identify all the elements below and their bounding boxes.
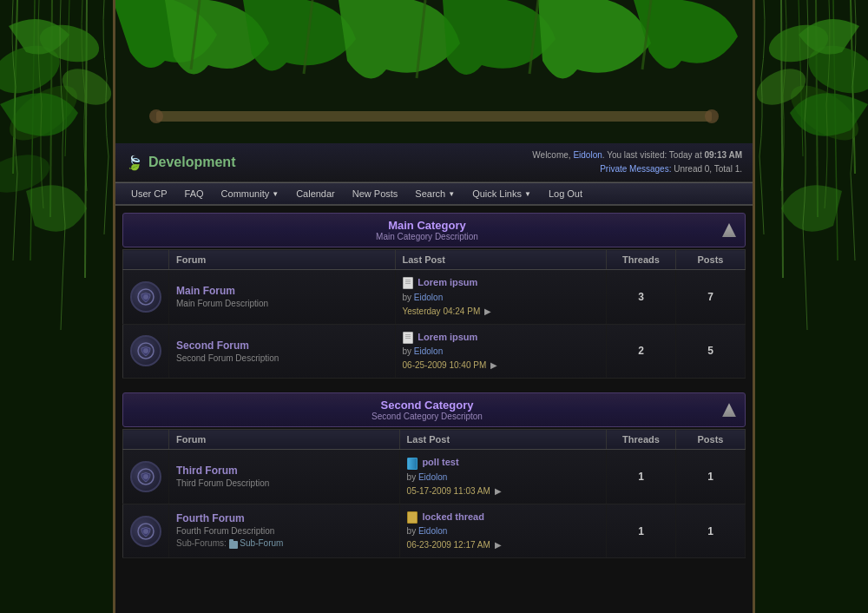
last-post-arrow-third[interactable]: ▶ <box>495 486 502 496</box>
col-forum-2: Forum <box>169 430 400 450</box>
nav-new-posts[interactable]: New Posts <box>344 183 407 204</box>
category-header-main: Main Category Main Category Description <box>122 213 746 247</box>
forum-link-second[interactable]: Second Forum <box>176 339 279 352</box>
table-row: Second Forum Second Forum Description Lo… <box>123 324 746 379</box>
last-post-title-second[interactable]: Lorem ipsum <box>418 332 477 342</box>
last-post-arrow-second[interactable]: ▶ <box>490 360 497 370</box>
post-count-main: 7 <box>676 270 746 325</box>
svg-line-16 <box>781 0 783 278</box>
last-post-arrow-main[interactable]: ▶ <box>484 306 491 316</box>
last-post-author-third[interactable]: Eidolon <box>418 472 447 482</box>
svg-point-28 <box>149 109 163 123</box>
forum-icon-third <box>130 461 161 492</box>
post-count-fourth: 1 <box>676 504 746 558</box>
post-count-third: 1 <box>676 450 746 504</box>
svg-rect-0 <box>0 0 122 613</box>
last-post-main: Lorem ipsum by Eidolon Yesterday 04:2 <box>403 275 599 319</box>
svg-point-7 <box>36 19 103 69</box>
forum-desc-main: Main Forum Description <box>176 299 268 308</box>
svg-point-9 <box>56 62 117 112</box>
category-scroll-top-1[interactable] <box>722 223 736 237</box>
forum-desc-fourth: Fourth Forum Description <box>176 526 283 536</box>
last-post-title-main[interactable]: Lorem ipsum <box>418 277 477 287</box>
subforum-line: Sub-Forums: Sub-Forum <box>176 538 283 549</box>
svg-point-37 <box>143 529 148 534</box>
svg-line-1 <box>13 0 17 174</box>
nav-search[interactable]: Search ▼ <box>406 183 464 204</box>
col-last-post-1: Last Post <box>395 250 606 270</box>
forum-link-third[interactable]: Third Forum <box>176 465 269 477</box>
table-row: Fourth Forum Fourth Forum Description Su… <box>123 504 746 558</box>
private-messages-link[interactable]: Private Messages: <box>600 164 671 174</box>
search-arrow-icon: ▼ <box>448 190 455 198</box>
last-post-author-fourth[interactable]: Eidolon <box>418 526 447 536</box>
category-desc-second: Second Category Descripton <box>132 412 722 421</box>
forum-icon-main <box>130 281 161 313</box>
svg-point-20 <box>751 62 812 112</box>
nav-community[interactable]: Community ▼ <box>213 183 288 204</box>
svg-line-13 <box>833 0 838 260</box>
col-icon <box>123 250 169 270</box>
forum-table-main: Forum Last Post Threads Posts <box>122 249 746 379</box>
last-post-second: Lorem ipsum by Eidolon 06-25-2009 10: <box>403 330 599 373</box>
site-leaf-icon: 🍃 <box>126 155 143 171</box>
svg-line-2 <box>30 0 35 260</box>
category-header-second: Second Category Second Category Descript… <box>122 392 746 427</box>
nav-bar: User CP FAQ Community ▼ Calendar New Pos… <box>115 182 753 206</box>
thread-count-third: 1 <box>607 450 676 504</box>
last-post-date-second: 06-25-2009 10:40 PM <box>403 360 490 370</box>
last-post-date-main: Yesterday 04:24 PM <box>403 306 483 316</box>
thread-count-fourth: 1 <box>607 504 676 558</box>
svg-point-6 <box>0 37 66 102</box>
last-post-fourth: locked thread by Eidolon 06-23-2009 1 <box>407 510 599 553</box>
category-desc-main: Main Category Description <box>132 232 722 241</box>
forum-link-fourth[interactable]: Fourth Forum <box>176 512 283 524</box>
quick-links-arrow-icon: ▼ <box>524 190 531 198</box>
svg-point-33 <box>143 348 148 353</box>
thread-count-main: 3 <box>607 270 676 325</box>
post-count-second: 5 <box>676 324 746 379</box>
svg-point-18 <box>765 19 832 69</box>
category-title-second: Second Category <box>132 399 722 412</box>
site-name: 🍃 Development <box>126 155 235 171</box>
last-post-author-second[interactable]: Eidolon <box>414 346 443 356</box>
svg-line-14 <box>816 0 818 217</box>
nav-calendar[interactable]: Calendar <box>287 183 344 204</box>
last-post-date-fourth: 06-23-2009 12:17 AM <box>407 540 493 550</box>
table-row: Main Forum Main Forum Description Lorem … <box>123 270 746 325</box>
last-post-arrow-fourth[interactable]: ▶ <box>495 540 502 550</box>
svg-rect-27 <box>156 111 712 122</box>
svg-line-15 <box>799 0 803 156</box>
post-icon-poll <box>407 458 418 470</box>
nav-log-out[interactable]: Log Out <box>540 183 591 204</box>
svg-line-4 <box>65 0 69 156</box>
forum-link-main[interactable]: Main Forum <box>176 285 268 297</box>
community-arrow-icon: ▼ <box>272 190 279 198</box>
svg-point-31 <box>143 294 148 300</box>
last-post-title-third[interactable]: poll test <box>422 457 458 467</box>
header-area: DTMISOTF-ISLAND <box>115 0 753 143</box>
category-scroll-top-2[interactable] <box>722 403 736 417</box>
table-row: Third Forum Third Forum Description poll… <box>123 450 746 504</box>
post-icon-doc <box>403 277 413 289</box>
svg-point-35 <box>143 474 148 479</box>
svg-point-8 <box>1 75 87 151</box>
subforum-link[interactable]: Sub-Forum <box>240 538 283 548</box>
col-forum-1: Forum <box>169 250 396 270</box>
col-last-post-2: Last Post <box>399 430 606 450</box>
last-post-title-fourth[interactable]: locked thread <box>422 511 484 522</box>
nav-quick-links[interactable]: Quick Links ▼ <box>464 183 540 204</box>
col-threads-2: Threads <box>607 430 676 450</box>
col-posts-1: Posts <box>676 250 746 270</box>
last-post-third: poll test by Eidolon 05-17-2009 11:03 <box>407 455 599 498</box>
col-icon-2 <box>123 430 169 450</box>
svg-line-12 <box>851 0 855 174</box>
username-link[interactable]: Eidolon <box>573 150 602 160</box>
post-icon-doc-2 <box>403 332 413 344</box>
forum-icon-fourth <box>130 516 161 547</box>
last-post-author-main[interactable]: Eidolon <box>414 293 443 302</box>
nav-faq[interactable]: FAQ <box>176 183 213 204</box>
nav-user-cp[interactable]: User CP <box>122 183 176 204</box>
category-title-main: Main Category <box>132 219 722 232</box>
col-posts-2: Posts <box>676 430 746 450</box>
